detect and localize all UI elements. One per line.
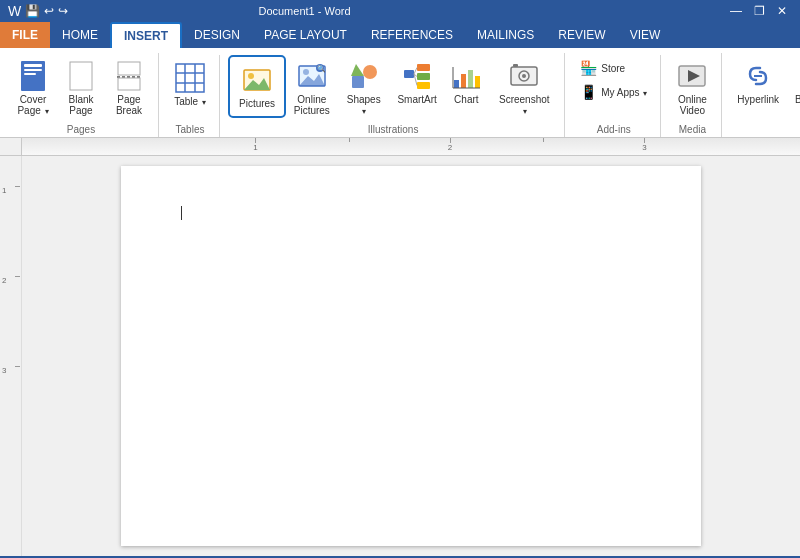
addins-items: 🏪 Store 📱 My Apps ▾ — [573, 57, 654, 121]
table-icon — [174, 62, 206, 94]
svg-text:🔍: 🔍 — [317, 64, 326, 73]
ruler-area: 1 2 3 — [0, 138, 800, 156]
ribbon-group-media: OnlineVideo Media — [663, 53, 722, 137]
menu-file[interactable]: FILE — [0, 22, 50, 48]
hyperlink-label: Hyperlink — [737, 94, 779, 105]
svg-rect-33 — [468, 70, 473, 88]
svg-rect-27 — [417, 82, 430, 89]
table-label: Table ▾ — [174, 96, 206, 107]
links-group-label: Links — [724, 124, 800, 135]
svg-rect-24 — [404, 70, 414, 78]
svg-rect-32 — [461, 74, 466, 88]
menu-view[interactable]: VIEW — [618, 22, 673, 48]
smartart-icon — [401, 60, 433, 92]
menu-insert[interactable]: INSERT — [110, 22, 182, 48]
online-pictures-label: OnlinePictures — [294, 94, 330, 116]
title-bar-controls: — ❐ ✕ — [725, 4, 792, 18]
tables-group-label: Tables — [161, 124, 219, 135]
screenshot-label: Screenshot ▾ — [497, 94, 551, 116]
svg-point-17 — [303, 69, 309, 75]
undo-icon[interactable]: ↩ — [44, 4, 54, 18]
svg-rect-40 — [513, 64, 518, 67]
restore-button[interactable]: ❐ — [749, 4, 770, 18]
ribbon-group-illustrations: Pictures 🔍 OnlinePictures — [222, 53, 565, 137]
cover-page-button[interactable]: CoverPage ▾ — [10, 55, 56, 121]
illustrations-group-label: Illustrations — [222, 124, 564, 135]
title-bar: W 💾 ↩ ↪ Document1 - Word — ❐ ✕ — [0, 0, 800, 22]
ribbon-group-tables: Table ▾ Tables — [161, 55, 220, 137]
redo-icon[interactable]: ↪ — [58, 4, 68, 18]
menu-review[interactable]: REVIEW — [546, 22, 617, 48]
bookmark-label: Bookmark — [795, 94, 800, 105]
document-page[interactable] — [121, 166, 701, 546]
svg-rect-4 — [70, 62, 92, 90]
chart-icon — [450, 60, 482, 92]
blank-page-button[interactable]: BlankPage — [58, 55, 104, 121]
menu-home[interactable]: HOME — [50, 22, 110, 48]
smartart-button[interactable]: SmartArt — [392, 55, 442, 110]
my-apps-label: My Apps ▾ — [601, 87, 647, 98]
horizontal-ruler: 1 2 3 — [22, 138, 800, 155]
cover-page-label: CoverPage ▾ — [17, 94, 48, 116]
save-icon[interactable]: 💾 — [25, 4, 40, 18]
my-apps-button[interactable]: 📱 My Apps ▾ — [573, 81, 654, 103]
screenshot-button[interactable]: Screenshot ▾ — [490, 55, 558, 121]
bookmark-button[interactable]: Bookmark — [788, 55, 800, 110]
shapes-button[interactable]: Shapes ▾ — [337, 55, 389, 121]
pictures-button[interactable]: Pictures — [232, 59, 282, 114]
pages-items: CoverPage ▾ BlankPage — [10, 55, 152, 121]
media-group-label: Media — [663, 124, 721, 135]
hyperlink-button[interactable]: Hyperlink — [730, 55, 786, 110]
links-items: Hyperlink Bookmark — [730, 55, 800, 121]
hyperlink-icon — [742, 60, 774, 92]
svg-rect-7 — [118, 78, 140, 90]
menu-page-layout[interactable]: PAGE LAYOUT — [252, 22, 359, 48]
menu-design[interactable]: DESIGN — [182, 22, 252, 48]
ribbon-group-links: Hyperlink Bookmark — [724, 53, 800, 137]
smartart-label: SmartArt — [397, 94, 436, 105]
text-cursor — [181, 206, 182, 220]
tables-items: Table ▾ — [167, 57, 213, 121]
addins-group-label: Add-ins — [567, 124, 660, 135]
svg-point-39 — [522, 74, 526, 78]
screenshot-icon — [508, 60, 540, 92]
online-pictures-button[interactable]: 🔍 OnlinePictures — [288, 55, 335, 121]
minimize-button[interactable]: — — [725, 4, 747, 18]
table-button[interactable]: Table ▾ — [167, 57, 213, 112]
pictures-icon — [241, 64, 273, 96]
menu-mailings[interactable]: MAILINGS — [465, 22, 546, 48]
svg-rect-26 — [417, 73, 430, 80]
page-break-label: PageBreak — [116, 94, 142, 116]
svg-rect-25 — [417, 64, 430, 71]
chart-label: Chart — [454, 94, 478, 105]
online-video-label: OnlineVideo — [678, 94, 707, 116]
online-pictures-icon: 🔍 — [296, 60, 328, 92]
pages-group-label: Pages — [4, 124, 158, 135]
svg-rect-31 — [454, 80, 459, 88]
ribbon-group-addins: 🏪 Store 📱 My Apps ▾ Add-ins — [567, 55, 661, 137]
svg-rect-2 — [24, 69, 42, 71]
store-button[interactable]: 🏪 Store — [573, 57, 654, 79]
blank-page-label: BlankPage — [68, 94, 93, 116]
illustrations-items: Pictures 🔍 OnlinePictures — [228, 55, 558, 121]
close-button[interactable]: ✕ — [772, 4, 792, 18]
pictures-highlight-box: Pictures — [228, 55, 286, 118]
media-items: OnlineVideo — [669, 55, 715, 121]
title-bar-icons: W 💾 ↩ ↪ — [8, 3, 68, 19]
page-break-button[interactable]: PageBreak — [106, 55, 152, 121]
ribbon: CoverPage ▾ BlankPage — [0, 48, 800, 138]
svg-rect-21 — [352, 76, 364, 88]
menu-references[interactable]: REFERENCES — [359, 22, 465, 48]
svg-rect-8 — [176, 64, 204, 92]
svg-rect-34 — [475, 76, 480, 88]
chart-button[interactable]: Chart — [444, 55, 488, 110]
document-area: 1 2 3 — [0, 156, 800, 556]
shapes-label: Shapes ▾ — [344, 94, 382, 116]
title-bar-text: Document1 - Word — [258, 5, 350, 17]
page-area[interactable] — [22, 156, 800, 556]
svg-marker-23 — [351, 64, 364, 76]
my-apps-icon: 📱 — [580, 84, 597, 100]
svg-rect-1 — [24, 64, 42, 67]
online-video-button[interactable]: OnlineVideo — [669, 55, 715, 121]
cover-page-icon — [17, 60, 49, 92]
